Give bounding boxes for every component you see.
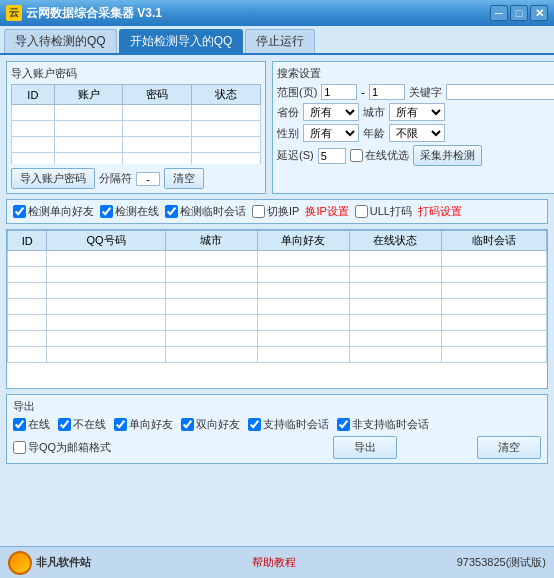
export-offline-checkbox[interactable] (58, 418, 71, 431)
ull-checkbox[interactable] (355, 205, 368, 218)
export-button[interactable]: 导出 (333, 436, 397, 459)
result-table: ID QQ号码 城市 单向好友 在线状态 临时会话 (7, 230, 547, 363)
tab-import[interactable]: 导入待检测的QQ (4, 29, 117, 53)
delay-input[interactable] (318, 148, 346, 164)
col-password: 密码 (123, 85, 192, 105)
import-account-button[interactable]: 导入账户密码 (11, 168, 95, 189)
online-pref-label: 在线优选 (350, 148, 409, 163)
tab-stop[interactable]: 停止运行 (245, 29, 315, 53)
export-online-option: 在线 (13, 417, 50, 432)
switch-ip-checkbox[interactable] (252, 205, 265, 218)
table-row (12, 137, 261, 153)
province-label: 省份 (277, 105, 299, 120)
clear-result-button[interactable]: 清空 (477, 436, 541, 459)
logo-area: 非凡软件站 (8, 551, 91, 575)
export-twosided-checkbox[interactable] (181, 418, 194, 431)
export-online-checkbox[interactable] (13, 418, 26, 431)
search-row-delay: 延迟(S) 在线优选 采集并检测 (277, 145, 554, 166)
status-bar: 非凡软件站 帮助教程 97353825(测试版) (0, 546, 554, 578)
col-id: ID (12, 85, 55, 105)
switch-ip-label: 切换IP (267, 204, 299, 219)
result-col-tempchat: 临时会话 (441, 231, 546, 251)
separator-input[interactable] (136, 172, 160, 186)
export-onesided-checkbox[interactable] (114, 418, 127, 431)
export-nosupport-tempchat-checkbox[interactable] (337, 418, 350, 431)
tab-detect[interactable]: 开始检测导入的QQ (119, 29, 244, 53)
search-title: 搜索设置 (277, 66, 554, 81)
export-support-tempchat-checkbox[interactable] (248, 418, 261, 431)
result-col-online: 在线状态 (349, 231, 441, 251)
city-select[interactable]: 所有 (389, 103, 445, 121)
result-row (8, 283, 547, 299)
export-nosupport-tempchat-option: 非支持临时会话 (337, 417, 429, 432)
close-button[interactable]: ✕ (530, 5, 548, 21)
range-from-input[interactable] (321, 84, 357, 100)
options-section: 检测单向好友 检测在线 检测临时会话 切换IP 换IP设置 ULL打码 打码设置 (6, 199, 548, 224)
keyword-input[interactable] (446, 84, 554, 100)
check-onesided-label: 检测单向好友 (28, 204, 94, 219)
import-table-wrapper: ID 账户 密码 状态 (11, 84, 261, 164)
check-tempchat-label: 检测临时会话 (180, 204, 246, 219)
export-options-row: 在线 不在线 单向好友 双向好友 支持临时会话 非支持临时会话 (13, 417, 541, 432)
range-sep: - (361, 86, 365, 98)
city-label: 城市 (363, 105, 385, 120)
search-row-range: 范围(页) - 关键字 (277, 84, 554, 100)
export-twosided-option: 双向好友 (181, 417, 240, 432)
online-pref-checkbox[interactable] (350, 149, 363, 162)
export-buttons: 导出 清空 (333, 436, 541, 459)
gender-label: 性别 (277, 126, 299, 141)
delay-label: 延迟(S) (277, 148, 314, 163)
minimize-button[interactable]: ─ (490, 5, 508, 21)
search-row-province: 省份 所有 城市 所有 (277, 103, 554, 121)
export-section: 导出 在线 不在线 单向好友 双向好友 支持临时会话 (6, 394, 548, 464)
check-onesided-checkbox[interactable] (13, 205, 26, 218)
maximize-button[interactable]: □ (510, 5, 528, 21)
table-row (12, 121, 261, 137)
logo-text: 非凡软件站 (36, 555, 91, 570)
tab-bar: 导入待检测的QQ 开始检测导入的QQ 停止运行 (0, 26, 554, 55)
ip-setting-link[interactable]: 换IP设置 (305, 204, 348, 219)
window-controls: ─ □ ✕ (490, 5, 548, 21)
import-table: ID 账户 密码 状态 (11, 84, 261, 164)
export-title: 导出 (13, 399, 541, 414)
version-text: 97353825(测试版) (457, 555, 546, 570)
result-row (8, 315, 547, 331)
captcha-setting-link[interactable]: 打码设置 (418, 204, 462, 219)
gender-select[interactable]: 所有 (303, 124, 359, 142)
result-col-qq: QQ号码 (47, 231, 165, 251)
export-onesided-option: 单向好友 (114, 417, 173, 432)
check-tempchat-option: 检测临时会话 (165, 204, 246, 219)
collect-button[interactable]: 采集并检测 (413, 145, 482, 166)
age-label: 年龄 (363, 126, 385, 141)
ull-label: ULL打码 (370, 204, 412, 219)
range-to-input[interactable] (369, 84, 405, 100)
import-title: 导入账户密码 (11, 66, 261, 81)
search-row-gender: 性别 所有 年龄 不限 (277, 124, 554, 142)
col-status: 状态 (192, 85, 261, 105)
result-row (8, 347, 547, 363)
import-buttons: 导入账户密码 分隔符 清空 (11, 168, 261, 189)
ull-option: ULL打码 (355, 204, 412, 219)
help-link[interactable]: 帮助教程 (252, 555, 296, 570)
export-offline-option: 不在线 (58, 417, 106, 432)
export-support-tempchat-option: 支持临时会话 (248, 417, 329, 432)
check-online-checkbox[interactable] (100, 205, 113, 218)
result-row (8, 267, 547, 283)
switch-ip-option: 切换IP (252, 204, 299, 219)
province-select[interactable]: 所有 (303, 103, 359, 121)
import-section: 导入账户密码 ID 账户 密码 状态 (6, 61, 266, 194)
sep-label: 分隔符 (99, 171, 132, 186)
email-format-option: 导QQ为邮箱格式 (13, 440, 111, 455)
result-table-section: ID QQ号码 城市 单向好友 在线状态 临时会话 (6, 229, 548, 389)
app-title: 云网数据综合采集器 V3.1 (26, 5, 490, 22)
table-row (12, 105, 261, 121)
clear-import-button[interactable]: 清空 (164, 168, 204, 189)
check-tempchat-checkbox[interactable] (165, 205, 178, 218)
age-select[interactable]: 不限 (389, 124, 445, 142)
result-row (8, 299, 547, 315)
col-account: 账户 (54, 85, 123, 105)
email-format-checkbox[interactable] (13, 441, 26, 454)
keyword-label: 关键字 (409, 85, 442, 100)
result-col-onesided: 单向好友 (257, 231, 349, 251)
main-content: 导入账户密码 ID 账户 密码 状态 (0, 55, 554, 547)
